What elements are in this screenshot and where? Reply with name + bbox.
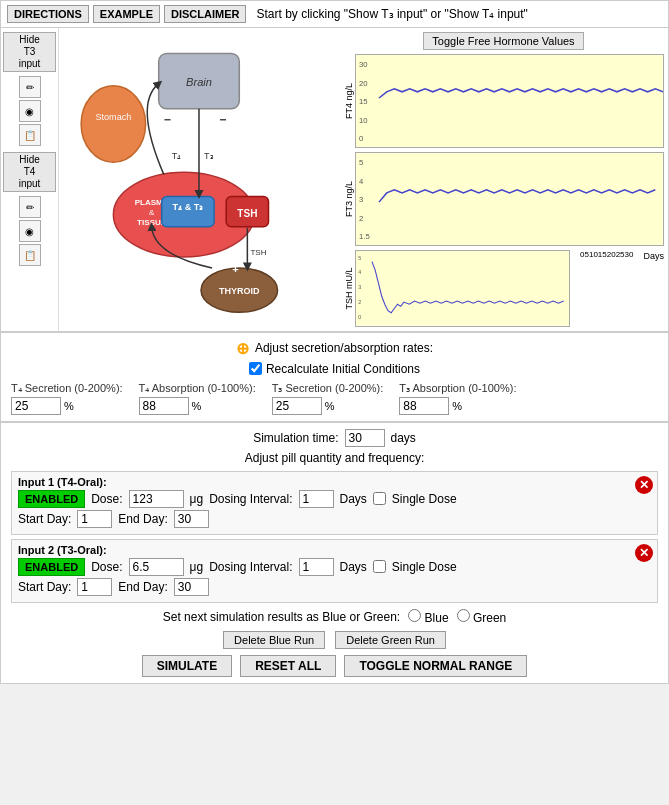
- tsh-y-label: TSH mU/L: [343, 250, 355, 327]
- section2: ⊕ Adjust secretion/absorption rates: Rec…: [1, 333, 668, 423]
- sim-time-label: Simulation time:: [253, 431, 338, 445]
- ft4-chart: 30 20 15 10 0: [355, 54, 664, 148]
- charts-area: Toggle Free Hormone Values FT4 ng/L 30 2…: [339, 28, 668, 331]
- param-row: T₄ Secretion (0-200%): % T₄ Absorption (…: [11, 382, 658, 415]
- input1-end-day-input[interactable]: [174, 510, 209, 528]
- x-tick-30: 30: [625, 250, 634, 327]
- t4-absorption-unit: %: [192, 400, 202, 412]
- sim-time-input[interactable]: [345, 429, 385, 447]
- example-button[interactable]: EXAMPLE: [93, 5, 160, 23]
- t3-secretion-input[interactable]: [272, 397, 322, 415]
- tsh-chart-wrapper: TSH mU/L 5 4 3 2 0 0 5: [343, 250, 664, 327]
- svg-text:1.5: 1.5: [359, 232, 370, 241]
- input2-remove-button[interactable]: ✕: [635, 544, 653, 562]
- input2-single-dose-checkbox[interactable]: [373, 560, 386, 573]
- input1-interval-input[interactable]: [299, 490, 334, 508]
- disclaimer-button[interactable]: DISCLAIMER: [164, 5, 246, 23]
- input2-interval-input[interactable]: [299, 558, 334, 576]
- hide-t4-button[interactable]: Hide T4 input: [3, 152, 56, 192]
- input1-enabled-button[interactable]: ENABLED: [18, 490, 85, 508]
- directions-button[interactable]: DIRECTIONS: [7, 5, 89, 23]
- svg-text:20: 20: [359, 79, 368, 88]
- color-select-text: Set next simulation results as Blue or G…: [163, 610, 400, 624]
- blue-radio-label: Blue: [408, 609, 448, 625]
- x-tick-10: 10: [589, 250, 598, 327]
- input1-row1: ENABLED Dose: μg Dosing Interval: Days S…: [18, 490, 651, 508]
- t3-absorption-input-row: %: [399, 397, 516, 415]
- recalc-label: Recalculate Initial Conditions: [266, 362, 420, 376]
- ft3-chart-wrapper: FT3 ng/L 5 4 3 2 1.5: [343, 152, 664, 246]
- t4-absorption-input[interactable]: [139, 397, 189, 415]
- sim-time-suffix: days: [391, 431, 416, 445]
- input1-dose-input[interactable]: [129, 490, 184, 508]
- svg-rect-28: [356, 153, 663, 245]
- diagram-area: Brain Stomach PLASMA & TISSUE T₄ & T₃ TS…: [59, 28, 339, 331]
- input2-end-day-input[interactable]: [174, 578, 209, 596]
- input1-single-dose-checkbox[interactable]: [373, 492, 386, 505]
- svg-text:0: 0: [359, 134, 363, 143]
- blue-radio[interactable]: [408, 609, 421, 622]
- t4-secretion-label: T₄ Secretion (0-200%):: [11, 382, 123, 395]
- svg-text:5: 5: [359, 158, 363, 167]
- action-row: SIMULATE RESET ALL TOGGLE NORMAL RANGE: [11, 655, 658, 677]
- svg-text:4: 4: [358, 270, 361, 276]
- svg-text:&: &: [149, 208, 155, 217]
- t4-circle-icon[interactable]: ◉: [19, 220, 41, 242]
- svg-text:+: +: [232, 263, 239, 275]
- input2-dose-input[interactable]: [129, 558, 184, 576]
- svg-text:Stomach: Stomach: [96, 112, 132, 122]
- input1-start-day-input[interactable]: [77, 510, 112, 528]
- input2-interval-label: Dosing Interval:: [209, 560, 292, 574]
- toggle-hormone-button[interactable]: Toggle Free Hormone Values: [423, 32, 583, 50]
- svg-text:T₄: T₄: [172, 151, 182, 161]
- t3-secretion-unit: %: [325, 400, 335, 412]
- svg-point-2: [81, 86, 145, 163]
- svg-text:10: 10: [359, 116, 368, 125]
- svg-text:15: 15: [359, 97, 368, 106]
- input2-row2: Start Day: End Day:: [18, 578, 651, 596]
- recalc-checkbox[interactable]: [249, 362, 262, 375]
- t4-clipboard-icon[interactable]: 📋: [19, 244, 41, 266]
- svg-text:3: 3: [358, 285, 361, 291]
- t4-icon-row: ✏ ◉ 📋: [3, 196, 56, 266]
- input1-row2: Start Day: End Day:: [18, 510, 651, 528]
- t4-pencil-icon[interactable]: ✏: [19, 196, 41, 218]
- input1-dose-label: Dose:: [91, 492, 122, 506]
- delete-blue-button[interactable]: Delete Blue Run: [223, 631, 325, 649]
- t3-absorption-label: T₃ Absorption (0-100%):: [399, 382, 516, 395]
- top-bar: DIRECTIONS EXAMPLE DISCLAIMER Start by c…: [1, 1, 668, 28]
- reset-all-button[interactable]: RESET ALL: [240, 655, 336, 677]
- toggle-normal-range-button[interactable]: TOGGLE NORMAL RANGE: [344, 655, 527, 677]
- recalc-row: Recalculate Initial Conditions: [11, 362, 658, 376]
- ft3-chart: 5 4 3 2 1.5: [355, 152, 664, 246]
- simulate-button[interactable]: SIMULATE: [142, 655, 232, 677]
- section2-header: ⊕ Adjust secretion/absorption rates:: [11, 339, 658, 358]
- input2-interval-unit: Days: [340, 560, 367, 574]
- x-axis-label: Days: [643, 251, 664, 327]
- hide-t3-button[interactable]: Hide T3 input: [3, 32, 56, 72]
- input2-block: ✕ Input 2 (T3-Oral): ENABLED Dose: μg Do…: [11, 539, 658, 603]
- svg-text:5: 5: [358, 255, 361, 261]
- input1-remove-button[interactable]: ✕: [635, 476, 653, 494]
- tsh-chart: 5 4 3 2 0: [355, 250, 570, 327]
- svg-text:THYROID: THYROID: [219, 286, 260, 296]
- top-instruction: Start by clicking "Show T₃ input" or "Sh…: [256, 7, 527, 21]
- svg-rect-34: [356, 251, 569, 326]
- t3-secretion-group: T₃ Secretion (0-200%): %: [272, 382, 384, 415]
- input2-end-label: End Day:: [118, 580, 167, 594]
- t3-pencil-icon[interactable]: ✏: [19, 76, 41, 98]
- t3-absorption-input[interactable]: [399, 397, 449, 415]
- t4-secretion-input[interactable]: [11, 397, 61, 415]
- t3-absorption-unit: %: [452, 400, 462, 412]
- input2-start-day-input[interactable]: [77, 578, 112, 596]
- t3-circle-icon[interactable]: ◉: [19, 100, 41, 122]
- svg-text:TSH: TSH: [250, 248, 266, 257]
- section1: Hide T3 input ✏ ◉ 📋 Hide T4 input ✏ ◉ 📋 …: [1, 28, 668, 333]
- svg-text:0: 0: [358, 314, 361, 320]
- t3-clipboard-icon[interactable]: 📋: [19, 124, 41, 146]
- svg-text:2: 2: [359, 214, 363, 223]
- input2-enabled-button[interactable]: ENABLED: [18, 558, 85, 576]
- green-radio[interactable]: [457, 609, 470, 622]
- delete-green-button[interactable]: Delete Green Run: [335, 631, 446, 649]
- t4-secretion-input-row: %: [11, 397, 123, 415]
